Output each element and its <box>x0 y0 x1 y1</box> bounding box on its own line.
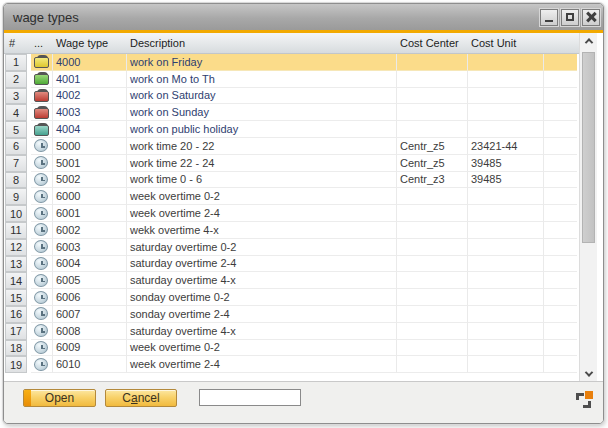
clock-icon <box>34 156 48 169</box>
icon-cell <box>31 54 53 71</box>
icon-cell <box>31 356 53 373</box>
clock-icon <box>34 274 48 287</box>
table-row[interactable]: 5 4004 work on public holiday <box>4 121 579 138</box>
row-number-cell[interactable]: 15 <box>5 289 27 306</box>
row-number-cell[interactable]: 13 <box>5 256 27 273</box>
row-number-cell[interactable]: 7 <box>5 155 27 172</box>
cost-center-cell: Centr_z5 <box>397 155 468 172</box>
icon-cell <box>31 88 53 105</box>
table-row[interactable]: 16 6007 sonday overtime 2-4 <box>4 306 579 323</box>
resize-form-icon[interactable] <box>576 391 593 408</box>
row-number-cell[interactable]: 5 <box>5 121 27 138</box>
row-number-cell[interactable]: 16 <box>5 306 27 323</box>
table-row[interactable]: 9 6000 week overtime 0-2 <box>4 188 579 205</box>
icon-cell <box>31 323 53 340</box>
column-header-index[interactable]: # <box>5 36 27 50</box>
footer-bar: Open Cancel <box>4 381 603 423</box>
row-number-cell[interactable]: 6 <box>5 138 27 155</box>
column-header-icon[interactable]: ... <box>31 37 53 49</box>
footer-text-input[interactable] <box>199 389 301 406</box>
clock-icon <box>34 240 48 253</box>
maximize-icon <box>566 13 574 21</box>
row-number-cell[interactable]: 18 <box>5 340 27 357</box>
icon-cell <box>31 306 53 323</box>
table-row[interactable]: 12 6003 saturday overtime 0-2 <box>4 239 579 256</box>
wage-type-cell: 4001 <box>53 71 127 88</box>
clock-icon <box>34 358 48 371</box>
cost-center-cell <box>397 272 468 289</box>
table-row[interactable]: 19 6010 week overtime 2-4 <box>4 356 579 373</box>
table-row[interactable]: 18 6009 week overtime 0-2 <box>4 340 579 357</box>
row-number-cell[interactable]: 19 <box>5 356 27 373</box>
cost-center-cell <box>397 121 468 138</box>
cost-unit-cell <box>468 222 544 239</box>
minimize-button[interactable] <box>540 9 558 26</box>
cost-unit-cell <box>468 104 544 121</box>
scrollbar-thumb[interactable] <box>582 52 595 243</box>
vertical-scrollbar[interactable] <box>579 33 597 381</box>
row-number-cell[interactable]: 2 <box>5 71 27 88</box>
column-header-wage-type[interactable]: Wage type <box>53 37 127 49</box>
row-number-cell[interactable]: 3 <box>5 88 27 105</box>
cost-center-cell <box>397 88 468 105</box>
clock-icon <box>34 307 48 320</box>
maximize-button[interactable] <box>561 9 579 26</box>
table-row[interactable]: 10 6001 week overtime 2-4 <box>4 205 579 222</box>
cost-unit-cell: 39485 <box>468 155 544 172</box>
table-row[interactable]: 4 4003 work on Sunday <box>4 104 579 121</box>
description-cell: week overtime 0-2 <box>127 340 397 357</box>
close-button[interactable] <box>582 9 600 26</box>
table-row[interactable]: 2 4001 work on Mo to Th <box>4 71 579 88</box>
row-number-cell[interactable]: 8 <box>5 172 27 189</box>
cost-unit-cell <box>468 205 544 222</box>
row-number-cell[interactable]: 1 <box>5 54 27 71</box>
description-cell: work on Friday <box>127 54 397 71</box>
cost-center-cell <box>397 356 468 373</box>
open-button[interactable]: Open <box>23 389 96 407</box>
column-header-cost-unit[interactable]: Cost Unit <box>468 37 544 49</box>
wage-type-cell: 6008 <box>53 323 127 340</box>
row-number-cell[interactable]: 12 <box>5 239 27 256</box>
table-row[interactable]: 6 5000 work time 20 - 22 Centr_z5 23421-… <box>4 138 579 155</box>
table-row[interactable]: 8 5002 work time 0 - 6 Centr_z3 39485 <box>4 172 579 189</box>
scrollbar-track[interactable] <box>580 48 597 366</box>
extra-cell <box>544 256 577 273</box>
clock-icon <box>34 257 48 270</box>
table-row[interactable]: 3 4002 work on Saturday <box>4 88 579 105</box>
cancel-button[interactable]: Cancel <box>105 389 177 407</box>
description-cell: saturday overtime 4-x <box>127 272 397 289</box>
table-row[interactable]: 7 5001 work time 22 - 24 Centr_z5 39485 <box>4 155 579 172</box>
row-number-cell[interactable]: 11 <box>5 222 27 239</box>
cost-center-cell <box>397 289 468 306</box>
icon-cell <box>31 138 53 155</box>
table-row[interactable]: 17 6008 saturday overtime 4-x <box>4 323 579 340</box>
row-number-cell[interactable]: 14 <box>5 272 27 289</box>
row-number-cell[interactable]: 4 <box>5 104 27 121</box>
table-row[interactable]: 15 6006 sonday overtime 0-2 <box>4 289 579 306</box>
description-cell: wekk overtime 4-x <box>127 222 397 239</box>
row-number-cell[interactable]: 10 <box>5 205 27 222</box>
table-row[interactable]: 14 6005 saturday overtime 4-x <box>4 272 579 289</box>
cost-center-cell <box>397 239 468 256</box>
cost-center-cell: Centr_z5 <box>397 138 468 155</box>
extra-cell <box>544 172 577 189</box>
table-row[interactable]: 1 4000 work on Friday <box>4 54 579 71</box>
table-row[interactable]: 13 6004 saturday overtime 2-4 <box>4 256 579 273</box>
scroll-up-button[interactable] <box>580 33 597 48</box>
titlebar[interactable]: wage types <box>4 4 603 30</box>
wage-type-cell: 4004 <box>53 121 127 138</box>
extra-cell <box>544 121 577 138</box>
chevron-down-icon <box>584 368 592 376</box>
column-header-cost-center[interactable]: Cost Center <box>397 37 468 49</box>
cost-center-cell <box>397 104 468 121</box>
table-row[interactable]: 11 6002 wekk overtime 4-x <box>4 222 579 239</box>
clock-icon <box>34 190 48 203</box>
wage-types-table: # ... Wage type Description Cost Center … <box>4 33 603 381</box>
column-header-description[interactable]: Description <box>127 37 397 49</box>
extra-cell <box>544 155 577 172</box>
scroll-down-button[interactable] <box>580 366 597 381</box>
row-number-cell[interactable]: 9 <box>5 188 27 205</box>
cost-center-cell <box>397 222 468 239</box>
icon-cell <box>31 104 53 121</box>
row-number-cell[interactable]: 17 <box>5 323 27 340</box>
